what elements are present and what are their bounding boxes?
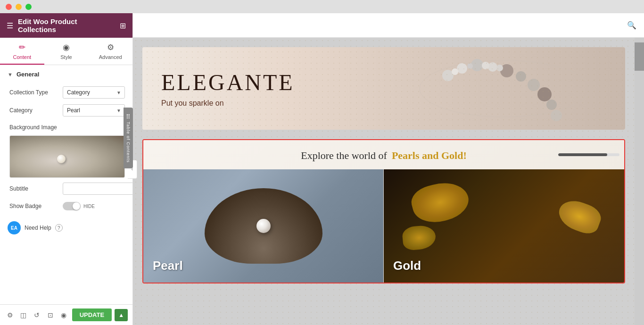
main-scrollbar[interactable]: [635, 38, 644, 325]
pearl-string-decoration: [384, 47, 625, 130]
product-section: Explore the world of Pearls and Gold!: [142, 139, 625, 283]
toggle-hide-label: HIDE: [83, 204, 95, 209]
refresh-toolbar-icon[interactable]: ↺: [32, 308, 42, 322]
oyster-shape: [205, 188, 322, 264]
category-select[interactable]: Pearl Gold Silver: [63, 104, 125, 117]
collection-type-row: Collection Type Category Tag Custom ▼: [0, 83, 132, 101]
sidebar-content: ▼ General Collection Type Category Tag C…: [0, 65, 132, 325]
hamburger-icon[interactable]: ☰: [7, 21, 13, 30]
banner-section: ELEGANTE Put you sparkle on: [142, 47, 625, 130]
gold-nugget-3: [402, 225, 437, 251]
toc-label: Table of Contents: [126, 122, 131, 163]
tab-style-label: Style: [60, 54, 72, 60]
product-header: Explore the world of Pearls and Gold!: [143, 140, 624, 169]
banner-title: ELEGANTE: [161, 69, 295, 95]
section-general-label: General: [17, 71, 39, 78]
main-topbar: 🔍: [133, 13, 644, 38]
toggle-knob: [73, 202, 80, 210]
layers-toolbar-icon[interactable]: ◫: [18, 308, 29, 322]
product-cards: Pearl Gold: [143, 169, 624, 283]
app-container: ☰ Edit Woo Product Collections ⊞ ✏ Conte…: [0, 13, 644, 325]
show-badge-toggle[interactable]: [63, 202, 81, 210]
gold-card[interactable]: Gold: [384, 169, 624, 283]
subtitle-label: Subtitle: [9, 185, 59, 192]
main-content: 🔍: [133, 13, 644, 325]
tab-style[interactable]: ◉ Style: [44, 38, 89, 65]
svg-point-6: [516, 71, 526, 82]
toc-dots-icon: ⠿: [126, 113, 131, 120]
gold-card-label: Gold: [393, 258, 421, 273]
tab-row: ✏ Content ◉ Style ⚙ Advanced: [0, 38, 132, 65]
sidebar-header: ☰ Edit Woo Product Collections ⊞: [0, 13, 132, 38]
bg-image-preview[interactable]: [9, 135, 125, 178]
svg-point-2: [457, 63, 467, 74]
update-button[interactable]: UPDATE: [72, 308, 112, 321]
settings-toolbar-icon[interactable]: ⚙: [5, 308, 16, 322]
collection-type-control: Category Tag Custom ▼: [63, 86, 125, 99]
show-badge-row: Show Badge HIDE: [0, 198, 132, 215]
sidebar-title: Edit Woo Product Collections: [18, 17, 115, 33]
toc-handle[interactable]: ⠿ Table of Contents: [124, 108, 133, 168]
sidebar-bottom-toolbar: ⚙ ◫ ↺ ⊡ ◉ UPDATE ▲: [0, 304, 132, 325]
product-title-row: Explore the world of Pearls and Gold!: [157, 150, 610, 162]
gold-nugget-2: [554, 196, 604, 237]
pearl-string-svg: [384, 47, 625, 130]
toggle-container: HIDE: [63, 202, 95, 210]
gold-nugget-1: [408, 177, 473, 228]
svg-point-13: [482, 62, 489, 69]
scroll-thumb[interactable]: [635, 42, 644, 71]
sidebar: ☰ Edit Woo Product Collections ⊞ ✏ Conte…: [0, 13, 133, 325]
canvas-area[interactable]: ELEGANTE Put you sparkle on Explore the …: [133, 38, 635, 325]
progress-bar: [558, 153, 619, 156]
pearl-gem: [256, 219, 271, 233]
eye-toolbar-icon[interactable]: ◉: [58, 308, 69, 322]
pearl-card-label: Pearl: [153, 258, 183, 273]
category-control: Pearl Gold Silver ▼: [63, 104, 125, 117]
svg-point-9: [546, 100, 557, 110]
close-button[interactable]: [6, 4, 12, 10]
svg-point-3: [471, 59, 483, 71]
tab-content[interactable]: ✏ Content: [0, 38, 44, 65]
product-title-black: Explore the world of: [301, 150, 387, 162]
svg-point-10: [551, 110, 562, 121]
tab-advanced-label: Advanced: [99, 54, 122, 60]
pearl-card[interactable]: Pearl: [143, 169, 384, 283]
ea-badge-text: EA: [11, 225, 17, 231]
search-icon[interactable]: 🔍: [627, 21, 636, 30]
collection-type-select[interactable]: Category Tag Custom: [63, 86, 125, 99]
category-label: Category: [9, 107, 59, 114]
ea-badge: EA: [8, 221, 21, 234]
svg-point-8: [537, 87, 552, 101]
title-bar: [0, 0, 644, 13]
tab-advanced[interactable]: ⚙ Advanced: [88, 38, 132, 65]
svg-point-4: [488, 62, 497, 72]
svg-point-12: [467, 63, 473, 69]
category-row: Category Pearl Gold Silver ▼: [0, 101, 132, 119]
svg-point-14: [496, 65, 503, 71]
need-help-label: Need Help: [25, 225, 51, 231]
bg-image-label: Background Image: [0, 119, 132, 133]
need-help-section[interactable]: EA Need Help ?: [0, 215, 132, 241]
update-dropdown-button[interactable]: ▲: [115, 309, 128, 321]
section-general[interactable]: ▼ General: [0, 65, 132, 83]
banner-content: ELEGANTE Put you sparkle on: [142, 60, 314, 117]
minimize-button[interactable]: [16, 4, 22, 10]
banner-subtitle: Put you sparkle on: [161, 99, 295, 108]
subtitle-row: Subtitle ≡: [0, 180, 132, 198]
resize-toolbar-icon[interactable]: ⊡: [45, 308, 56, 322]
subtitle-input[interactable]: [63, 183, 132, 195]
oyster-image: [10, 136, 124, 177]
svg-point-7: [528, 79, 540, 91]
maximize-button[interactable]: [25, 4, 32, 10]
svg-point-11: [452, 68, 458, 75]
progress-fill: [558, 153, 607, 156]
collection-type-label: Collection Type: [9, 89, 59, 96]
chevron-down-icon: ▼: [8, 72, 13, 77]
show-badge-label: Show Badge: [9, 203, 59, 209]
advanced-tab-icon: ⚙: [107, 42, 114, 52]
help-question-icon[interactable]: ?: [55, 224, 63, 232]
style-tab-icon: ◉: [63, 42, 70, 52]
product-title-gold: Pearls and Gold!: [392, 150, 467, 162]
grid-icon[interactable]: ⊞: [120, 21, 126, 30]
tab-content-label: Content: [13, 54, 32, 60]
